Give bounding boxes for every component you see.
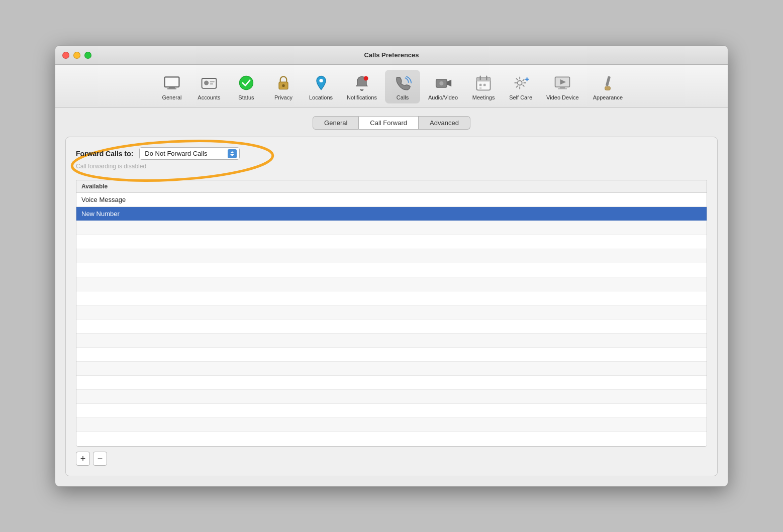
call-forwarding-status: Call forwarding is disabled xyxy=(76,163,707,170)
empty-row xyxy=(76,320,707,334)
table-row[interactable]: Voice Message xyxy=(76,193,707,207)
phone-waves-icon xyxy=(393,73,413,93)
available-table: Available Voice Message New Number xyxy=(76,180,707,447)
window-title: Calls Preferences xyxy=(364,51,419,59)
location-pin-icon xyxy=(311,73,331,93)
empty-row xyxy=(76,362,707,376)
toolbar: General Accounts Status xyxy=(55,65,728,108)
empty-row xyxy=(76,390,707,404)
toolbar-item-accounts[interactable]: Accounts xyxy=(191,70,227,103)
svg-point-11 xyxy=(364,76,368,81)
svg-marker-13 xyxy=(447,80,451,87)
svg-rect-29 xyxy=(606,76,611,86)
tab-advanced[interactable]: Advanced xyxy=(419,116,470,130)
toolbar-item-self-care[interactable]: Self Care xyxy=(503,70,538,103)
empty-row xyxy=(76,277,707,291)
empty-row xyxy=(76,376,707,390)
toolbar-item-status[interactable]: Status xyxy=(229,70,264,103)
title-bar: Calls Preferences xyxy=(55,46,728,65)
svg-rect-21 xyxy=(479,87,482,89)
empty-row xyxy=(76,235,707,249)
toolbar-item-appearance[interactable]: Appearance xyxy=(587,70,629,103)
toolbar-label-locations: Locations xyxy=(309,94,333,100)
monitor-play-icon xyxy=(552,73,572,93)
empty-row xyxy=(76,291,707,305)
gear-plus-icon xyxy=(511,73,531,93)
checkmark-circle-icon xyxy=(236,73,256,93)
monitor-icon xyxy=(162,73,182,93)
svg-rect-19 xyxy=(479,84,482,86)
svg-rect-5 xyxy=(210,81,215,82)
empty-rows xyxy=(76,221,707,446)
toolbar-item-privacy[interactable]: Privacy xyxy=(266,70,301,103)
maximize-button[interactable] xyxy=(84,52,91,59)
toolbar-item-locations[interactable]: Locations xyxy=(303,70,339,103)
empty-row xyxy=(76,418,707,432)
svg-rect-3 xyxy=(202,78,217,88)
toolbar-label-audio-video: Audio/Video xyxy=(428,94,458,100)
empty-row xyxy=(76,305,707,320)
svg-rect-16 xyxy=(477,77,491,81)
toolbar-label-calls: Calls xyxy=(397,94,409,100)
table-cell-selected-end xyxy=(596,207,707,221)
calendar-icon xyxy=(473,73,494,93)
toolbar-label-appearance: Appearance xyxy=(593,94,623,100)
forward-calls-label: Forward Calls to: xyxy=(76,150,133,158)
toolbar-label-notifications: Notifications xyxy=(347,94,377,100)
empty-row xyxy=(76,432,707,446)
toolbar-label-general: General xyxy=(162,94,181,100)
bottom-buttons: + − xyxy=(76,452,707,466)
toolbar-item-video-device[interactable]: Video Device xyxy=(540,70,585,103)
svg-point-22 xyxy=(518,81,522,85)
svg-point-9 xyxy=(282,84,284,87)
forward-calls-select[interactable]: Do Not Forward Calls Voice Message New N… xyxy=(139,147,240,160)
toolbar-label-self-care: Self Care xyxy=(509,94,532,100)
toolbar-item-calls[interactable]: Calls xyxy=(385,70,420,103)
remove-button[interactable]: − xyxy=(93,452,107,466)
toolbar-label-privacy: Privacy xyxy=(274,94,292,100)
camera-icon xyxy=(433,73,453,93)
tab-bar: General Call Forward Advanced xyxy=(65,116,718,130)
table-cell-voice-message: Voice Message xyxy=(76,193,707,206)
svg-rect-6 xyxy=(210,83,213,84)
call-forward-panel: Forward Calls to: Do Not Forward Calls V… xyxy=(65,137,718,476)
svg-point-10 xyxy=(319,79,323,82)
svg-point-4 xyxy=(204,81,209,85)
empty-row xyxy=(76,263,707,277)
minimize-button[interactable] xyxy=(73,52,80,59)
svg-point-14 xyxy=(439,81,443,85)
svg-point-31 xyxy=(71,138,273,183)
paintbrush-icon xyxy=(598,73,618,93)
empty-row xyxy=(76,334,707,348)
tab-call-forward[interactable]: Call Forward xyxy=(359,116,419,130)
main-window: Calls Preferences General xyxy=(55,45,728,487)
svg-rect-30 xyxy=(605,86,611,90)
table-cell-new-number: New Number xyxy=(76,207,596,221)
lock-icon xyxy=(273,73,293,93)
add-button[interactable]: + xyxy=(76,452,90,466)
svg-rect-20 xyxy=(483,84,486,86)
traffic-lights xyxy=(62,52,91,59)
person-card-icon xyxy=(199,73,219,93)
toolbar-label-meetings: Meetings xyxy=(472,94,495,100)
close-button[interactable] xyxy=(62,52,69,59)
bell-icon xyxy=(352,73,372,93)
empty-row xyxy=(76,348,707,362)
empty-row xyxy=(76,404,707,418)
toolbar-item-meetings[interactable]: Meetings xyxy=(466,70,501,103)
table-header: Available xyxy=(76,180,707,193)
empty-row xyxy=(76,221,707,235)
forward-calls-row: Forward Calls to: Do Not Forward Calls V… xyxy=(76,147,707,160)
empty-row xyxy=(76,249,707,263)
toolbar-item-audio-video[interactable]: Audio/Video xyxy=(422,70,464,103)
content-area: General Call Forward Advanced Forward Ca… xyxy=(55,108,728,486)
toolbar-item-notifications[interactable]: Notifications xyxy=(341,70,383,103)
forward-calls-select-wrapper: Do Not Forward Calls Voice Message New N… xyxy=(139,147,240,160)
toolbar-item-general[interactable]: General xyxy=(154,70,189,103)
toolbar-label-video-device: Video Device xyxy=(546,94,579,100)
toolbar-label-status: Status xyxy=(238,94,254,100)
svg-point-7 xyxy=(239,76,253,90)
toolbar-label-accounts: Accounts xyxy=(198,94,220,100)
table-row[interactable]: New Number xyxy=(76,207,707,221)
tab-general[interactable]: General xyxy=(313,116,359,130)
